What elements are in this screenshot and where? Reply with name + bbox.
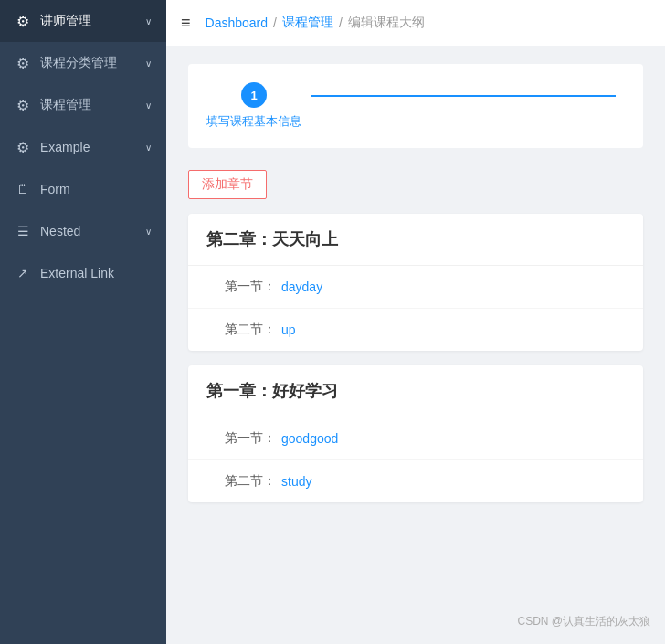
add-chapter-button[interactable]: 添加章节	[188, 170, 267, 199]
section-row: 第二节： study	[188, 460, 643, 502]
section-value: study	[281, 474, 311, 489]
section-value: goodgood	[281, 431, 338, 446]
step-circle-1: 1	[241, 82, 267, 108]
section-name: 第一节：	[225, 279, 276, 295]
chapter-title-1: 第一章：好好学习	[188, 365, 643, 417]
chevron-down-icon: ∨	[145, 143, 152, 153]
sidebar: ⚙ 讲师管理 ∨ ⚙ 课程分类管理 ∨ ⚙ 课程管理 ∨ ⚙ Example ∨…	[0, 0, 166, 644]
breadcrumb-sep-1: /	[273, 16, 277, 30]
sidebar-item-teacher[interactable]: ⚙ 讲师管理 ∨	[0, 0, 166, 42]
section-row: 第一节： dayday	[188, 266, 643, 309]
sidebar-item-course-category[interactable]: ⚙ 课程分类管理 ∨	[0, 42, 166, 84]
step-label-1: 填写课程基本信息	[206, 113, 301, 130]
sidebar-item-label: 课程分类管理	[40, 55, 136, 71]
form-icon: 🗒	[15, 181, 31, 197]
chevron-down-icon: ∨	[145, 100, 152, 111]
header: ≡ Dashboard / 课程管理 / 编辑课程大纲	[166, 0, 665, 46]
chapter-card-1: 第一章：好好学习 第一节： goodgood 第二节： study	[188, 365, 643, 502]
sidebar-item-external-link[interactable]: ↗ External Link	[0, 252, 166, 294]
breadcrumb-current: 编辑课程大纲	[348, 15, 425, 31]
sidebar-item-label: External Link	[40, 266, 152, 280]
sidebar-item-course-manage[interactable]: ⚙ 课程管理 ∨	[0, 84, 166, 126]
chevron-down-icon: ∨	[145, 16, 152, 26]
chevron-down-icon: ∨	[145, 227, 152, 237]
gear-icon: ⚙	[15, 97, 31, 113]
section-row: 第二节： up	[188, 309, 643, 351]
chapter-card-2: 第二章：天天向上 第一节： dayday 第二节： up	[188, 214, 643, 351]
content-area: 1 填写课程基本信息 添加章节 第二章：天天向上 第一节： dayday 第二节…	[166, 46, 665, 644]
sidebar-item-form[interactable]: 🗒 Form	[0, 168, 166, 210]
section-value: dayday	[281, 280, 322, 294]
sidebar-item-label: Form	[40, 182, 152, 196]
step-1: 1 填写课程基本信息	[206, 82, 301, 130]
chevron-down-icon: ∨	[145, 58, 152, 69]
main-content: ≡ Dashboard / 课程管理 / 编辑课程大纲 1 填写课程基本信息 添…	[166, 0, 665, 644]
section-value: up	[281, 322, 296, 337]
sidebar-item-nested[interactable]: ☰ Nested ∨	[0, 210, 166, 252]
sidebar-item-example[interactable]: ⚙ Example ∨	[0, 126, 166, 168]
section-name: 第一节：	[225, 430, 276, 447]
sidebar-item-label: Example	[40, 140, 136, 154]
steps-bar: 1 填写课程基本信息	[188, 64, 643, 148]
external-link-icon: ↗	[15, 265, 31, 281]
breadcrumb-dashboard[interactable]: Dashboard	[206, 16, 269, 30]
hamburger-button[interactable]: ≡	[181, 14, 191, 33]
gear-icon: ⚙	[15, 55, 31, 71]
breadcrumb-course-manage[interactable]: 课程管理	[282, 15, 333, 31]
sidebar-item-label: 讲师管理	[40, 13, 136, 29]
section-name: 第二节：	[225, 473, 276, 490]
watermark: CSDN @认真生活的灰太狼	[517, 614, 650, 629]
sidebar-item-label: 课程管理	[40, 97, 136, 113]
chapter-title-2: 第二章：天天向上	[188, 214, 643, 266]
list-icon: ☰	[15, 223, 31, 239]
step-line	[311, 95, 616, 97]
breadcrumb-sep-2: /	[339, 16, 343, 30]
gear-icon: ⚙	[15, 13, 31, 29]
sidebar-item-label: Nested	[40, 224, 136, 238]
breadcrumb: Dashboard / 课程管理 / 编辑课程大纲	[206, 15, 425, 31]
section-row: 第一节： goodgood	[188, 417, 643, 460]
gear-icon: ⚙	[15, 139, 31, 155]
section-name: 第二节：	[225, 322, 276, 338]
